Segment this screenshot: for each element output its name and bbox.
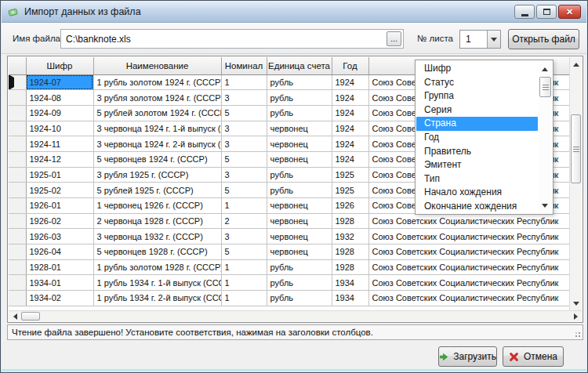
row-selector-cell[interactable]	[9, 229, 26, 244]
cell[interactable]: червонец	[267, 198, 332, 214]
cell[interactable]: Союз Советских Социалистических Республи…	[368, 244, 569, 260]
file-name-input[interactable]	[60, 29, 404, 49]
grid-vertical-scrollbar[interactable]	[569, 57, 582, 310]
cell[interactable]: 5	[221, 244, 267, 260]
dropdown-item[interactable]: Правитель	[416, 145, 538, 159]
cell[interactable]: 3 червонца 1924 г. 2-й выпуск (СССР)	[93, 136, 221, 152]
dropdown-scrollbar[interactable]	[539, 61, 552, 213]
cell[interactable]: 1924	[332, 136, 368, 152]
dropdown-item[interactable]: Окончание хождения	[416, 200, 538, 214]
row-selector-cell[interactable]	[9, 136, 26, 152]
vertical-scroll-thumb[interactable]	[571, 114, 581, 183]
cell[interactable]: 5 рублей золотом 1924 г. (СССР)	[93, 105, 221, 121]
cell[interactable]: 1924-09	[26, 105, 93, 121]
cell[interactable]: 1924-10	[26, 121, 93, 136]
cell[interactable]: 3 рубля 1925 г. (СССР)	[93, 167, 221, 183]
cell[interactable]: рубль	[267, 275, 332, 291]
cell[interactable]: 3	[221, 136, 267, 152]
cell[interactable]: 1934	[332, 291, 368, 306]
column-header-2[interactable]: Номинал	[221, 57, 267, 74]
dropdown-item[interactable]: Страна	[416, 117, 538, 131]
dropdown-item[interactable]: Начало хождения	[416, 186, 538, 200]
cell[interactable]: 1932	[332, 229, 368, 244]
cell[interactable]: 1925-01	[26, 167, 93, 183]
cell[interactable]: 1	[221, 74, 267, 90]
cell[interactable]: 5	[221, 151, 267, 167]
cell[interactable]: Союз Советских Социалистических Республи…	[368, 213, 569, 229]
cell[interactable]: 1928	[332, 244, 368, 260]
row-selector-cell[interactable]	[9, 90, 26, 106]
cell[interactable]: 1924	[332, 90, 368, 106]
cell[interactable]: 1924	[332, 74, 368, 90]
row-selector-cell[interactable]	[9, 259, 26, 275]
cell[interactable]: рубль	[267, 105, 332, 121]
cell[interactable]: 1924-07	[26, 74, 93, 90]
cell[interactable]: 1925	[332, 167, 368, 183]
row-selector-cell[interactable]	[9, 151, 26, 167]
dropdown-item[interactable]: Эмитент	[416, 158, 538, 172]
cell[interactable]: червонец	[267, 121, 332, 136]
cell[interactable]: рубль	[267, 291, 332, 306]
cell[interactable]: 1	[221, 259, 267, 275]
cell[interactable]: 1928-01	[26, 259, 93, 275]
dropdown-item[interactable]: Тип	[416, 172, 538, 186]
dropdown-item[interactable]: Серия	[416, 103, 538, 118]
cell[interactable]: рубль	[267, 259, 332, 275]
cell[interactable]: 1 рубль золотом 1924 г. (СССР)	[93, 74, 221, 90]
cell[interactable]: 3 червонца 1932 г. (СССР)	[93, 229, 221, 244]
cell[interactable]: 2 червонца 1928 г. (СССР)	[93, 213, 221, 229]
cell[interactable]: 3	[221, 167, 267, 183]
row-selector-cell[interactable]	[9, 198, 26, 214]
load-button[interactable]: Загрузить	[438, 346, 497, 367]
scroll-right-button[interactable]	[571, 312, 580, 321]
cell[interactable]: 3 червонца 1924 г. 1-й выпуск (СССР)	[93, 121, 221, 136]
cell[interactable]: 1924	[332, 105, 368, 121]
cell[interactable]: 1925-02	[26, 183, 93, 198]
cell[interactable]: 1926-04	[26, 244, 93, 260]
scroll-down-button[interactable]	[572, 299, 581, 308]
open-file-button[interactable]: Открыть файл	[508, 29, 579, 49]
cell[interactable]: 3	[221, 90, 267, 106]
column-header-0[interactable]: Шифр	[26, 57, 93, 74]
column-header-3[interactable]: Единица счета	[267, 57, 332, 74]
cell[interactable]: 1926-02	[26, 213, 93, 229]
cell[interactable]: 1924-11	[26, 136, 93, 152]
cell[interactable]: рубль	[267, 74, 332, 90]
cell[interactable]: 1 рубль 1934 г. 1-й выпуск (СССР)	[93, 275, 221, 291]
horizontal-scroll-thumb[interactable]	[21, 312, 40, 320]
cell[interactable]: Союз Советских Социалистических Республи…	[368, 259, 569, 275]
cell[interactable]: 5	[221, 183, 267, 198]
cell[interactable]: червонец	[267, 136, 332, 152]
cell[interactable]: 1926	[332, 198, 368, 214]
row-selector-cell[interactable]	[9, 121, 26, 136]
cell[interactable]: 3	[221, 121, 267, 136]
cell[interactable]: рубль	[267, 90, 332, 106]
cell[interactable]: 3 рубля золотом 1924 г. (СССР)	[93, 90, 221, 106]
row-selector-header[interactable]	[9, 57, 26, 74]
cell[interactable]: 1925	[332, 183, 368, 198]
scroll-left-button[interactable]	[10, 312, 20, 321]
cell[interactable]: 1928	[332, 259, 368, 275]
cell[interactable]: червонец	[267, 213, 332, 229]
cell[interactable]: 1924	[332, 151, 368, 167]
row-selector-cell[interactable]	[9, 167, 26, 183]
column-header-1[interactable]: Наименование	[93, 57, 221, 74]
cell[interactable]: червонец	[267, 229, 332, 244]
cell[interactable]: Союз Советских Социалистических Республи…	[368, 291, 569, 306]
cell[interactable]: 1934-01	[26, 275, 93, 291]
scroll-up-button[interactable]	[572, 60, 581, 69]
cell[interactable]: 1924	[332, 121, 368, 136]
cell[interactable]: 5 червонцев 1924 г. (СССР)	[93, 151, 221, 167]
minimize-button[interactable]	[514, 5, 535, 19]
dropdown-item[interactable]: Статус	[416, 76, 538, 90]
cell[interactable]: рубль	[267, 183, 332, 198]
cell[interactable]: 1926-03	[26, 229, 93, 244]
cell[interactable]: 1	[221, 291, 267, 306]
dropdown-scroll-down-button[interactable]	[540, 201, 550, 210]
cell[interactable]: 5	[221, 105, 267, 121]
close-button[interactable]: ✕	[558, 5, 581, 19]
column-header-4[interactable]: Год	[332, 57, 368, 74]
cancel-button[interactable]: Отмена	[503, 346, 564, 367]
cell[interactable]: 1924-12	[26, 151, 93, 167]
cell[interactable]: рубль	[267, 167, 332, 183]
